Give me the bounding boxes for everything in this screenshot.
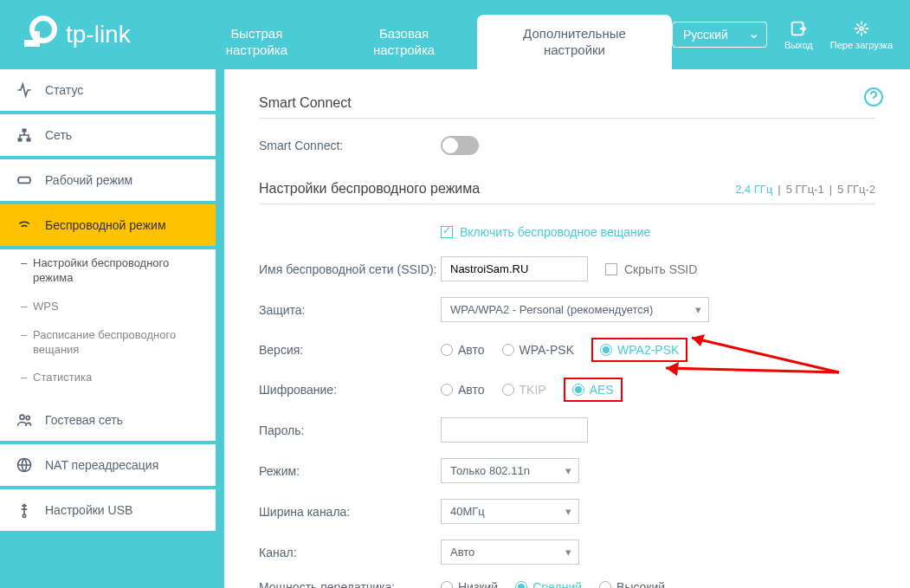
help-button[interactable]: [863, 87, 884, 110]
hide-ssid-option[interactable]: Скрыть SSID: [605, 262, 697, 276]
encryption-auto[interactable]: Авто: [441, 383, 485, 397]
channel-label: Канал:: [259, 546, 441, 559]
channel-width-select[interactable]: 40МГц: [441, 499, 579, 524]
logout-button[interactable]: Выход: [784, 19, 813, 50]
version-auto[interactable]: Авто: [441, 343, 485, 357]
tx-power-low[interactable]: Низкий: [441, 580, 498, 588]
version-radio-group: Авто WPA-PSK WPA2-PSK: [441, 338, 687, 362]
band-24ghz[interactable]: 2,4 ГГц: [735, 183, 772, 196]
version-label: Версия:: [259, 343, 441, 357]
header: tp-link Быстрая настройка Базовая настро…: [0, 0, 910, 69]
smart-connect-title: Smart Connect: [259, 95, 875, 119]
reload-icon: [852, 19, 871, 38]
sidebar-item-wireless[interactable]: Беспроводной режим: [0, 204, 216, 246]
users-icon: [16, 411, 33, 429]
sidebar-submenu: Настройки беспроводного режима WPS Распи…: [0, 249, 216, 399]
tx-power-radio-group: Низкий Средний Высокий: [441, 580, 665, 588]
hide-ssid-checkbox[interactable]: [605, 263, 617, 275]
tx-power-high[interactable]: Высокий: [599, 580, 665, 588]
password-input[interactable]: [441, 417, 588, 443]
ssid-input[interactable]: [441, 256, 588, 281]
mode-icon: [16, 171, 33, 189]
svg-rect-7: [27, 138, 31, 141]
activity-icon: [16, 81, 33, 99]
svg-point-10: [26, 417, 29, 420]
brand-text: tp-link: [66, 21, 131, 48]
sidebar-item-nat[interactable]: NAT переадресация: [0, 444, 216, 486]
top-tabs: Быстрая настройка Базовая настройка Допо…: [183, 1, 672, 69]
version-row: Версия: Авто WPA-PSK WPA2-PSK: [259, 338, 875, 362]
sidebar-item-network[interactable]: Сеть: [0, 114, 216, 156]
svg-rect-5: [23, 129, 27, 132]
network-icon: [16, 126, 33, 144]
svg-line-16: [666, 368, 839, 372]
sidebar-item-usb[interactable]: Настройки USB: [0, 489, 216, 531]
enable-broadcast-row[interactable]: Включить беспроводное вещание: [441, 225, 875, 239]
smart-connect-toggle[interactable]: [441, 136, 479, 155]
usb-icon: [16, 501, 33, 519]
sidebar-item-operation-mode[interactable]: Рабочий режим: [0, 159, 216, 201]
mode-select[interactable]: Только 802.11n: [441, 458, 579, 483]
wireless-title: Настройки беспроводного режима: [259, 181, 480, 197]
ssid-label: Имя беспроводной сети (SSID):: [259, 262, 441, 276]
tx-power-label: Мощность передатчика:: [259, 580, 441, 588]
ssid-row: Имя беспроводной сети (SSID): Скрыть SSI…: [259, 256, 875, 281]
nat-icon: [16, 456, 33, 474]
tplink-logo-icon: [17, 14, 59, 55]
reload-button[interactable]: Пере загрузка: [830, 19, 893, 50]
sidebar: Статус Сеть Рабочий режим Беспроводной р…: [0, 69, 224, 588]
enable-broadcast-checkbox[interactable]: [441, 226, 453, 238]
svg-rect-8: [18, 178, 29, 184]
sidebar-sub-statistics[interactable]: Статистика: [0, 364, 216, 392]
encryption-tkip[interactable]: TKIP: [502, 383, 546, 397]
encryption-aes[interactable]: AES: [564, 378, 623, 402]
main: Статус Сеть Рабочий режим Беспроводной р…: [0, 69, 910, 588]
smart-connect-row: Smart Connect:: [259, 136, 875, 155]
security-select[interactable]: WPA/WPA2 - Personal (рекомендуется): [441, 297, 709, 322]
header-right: Русский Выход Пере загрузка: [672, 19, 893, 50]
tx-power-medium[interactable]: Средний: [515, 580, 582, 588]
smart-connect-label: Smart Connect:: [259, 139, 441, 152]
encryption-radio-group: Авто TKIP AES: [441, 378, 623, 402]
band-5ghz-1[interactable]: 5 ГГц-1: [786, 183, 824, 196]
svg-point-12: [23, 514, 25, 517]
version-wpa-psk[interactable]: WPA-PSK: [502, 343, 575, 357]
sidebar-sub-schedule[interactable]: Расписание беспроводного вещания: [0, 321, 216, 365]
svg-rect-2: [33, 31, 40, 47]
encryption-row: Шифрование: Авто TKIP AES: [259, 378, 875, 402]
sidebar-sub-wireless-settings[interactable]: Настройки беспроводного режима: [0, 249, 216, 293]
svg-point-4: [860, 27, 863, 30]
channel-width-row: Ширина канала: 40МГц: [259, 499, 875, 524]
band-5ghz-2[interactable]: 5 ГГц-2: [837, 183, 875, 196]
version-wpa2-psk[interactable]: WPA2-PSK: [591, 338, 687, 362]
channel-width-label: Ширина канала:: [259, 505, 441, 519]
help-icon: [863, 87, 884, 107]
tab-basic-setup[interactable]: Базовая настройка: [331, 15, 477, 69]
sidebar-item-guest[interactable]: Гостевая сеть: [0, 399, 216, 441]
mode-label: Режим:: [259, 464, 441, 478]
channel-select[interactable]: Авто: [441, 540, 579, 565]
enable-broadcast-label: Включить беспроводное вещание: [460, 225, 650, 239]
tab-quick-setup[interactable]: Быстрая настройка: [183, 15, 331, 69]
password-row: Пароль:: [259, 417, 875, 443]
password-label: Пароль:: [259, 423, 441, 437]
band-tabs: 2,4 ГГц | 5 ГГц-1 | 5 ГГц-2: [735, 183, 875, 196]
tx-power-row: Мощность передатчика: Низкий Средний Выс…: [259, 580, 875, 588]
wifi-icon: [16, 216, 33, 234]
encryption-label: Шифрование:: [259, 383, 441, 397]
channel-row: Канал: Авто: [259, 540, 875, 565]
svg-rect-6: [18, 138, 23, 141]
tab-advanced-setup[interactable]: Дополнительные настройки: [477, 15, 672, 69]
sidebar-sub-wps[interactable]: WPS: [0, 293, 216, 321]
sidebar-item-status[interactable]: Статус: [0, 69, 216, 111]
logout-icon: [789, 19, 808, 38]
security-row: Защита: WPA/WPA2 - Personal (рекомендует…: [259, 297, 875, 322]
logo: tp-link: [17, 14, 131, 55]
security-label: Защита:: [259, 303, 441, 317]
language-select[interactable]: Русский: [672, 22, 767, 48]
wireless-section-header: Настройки беспроводного режима 2,4 ГГц |…: [259, 181, 875, 204]
svg-point-9: [20, 416, 24, 420]
svg-marker-17: [666, 362, 679, 376]
content-panel: Smart Connect Smart Connect: Настройки б…: [224, 69, 910, 588]
mode-row: Режим: Только 802.11n: [259, 458, 875, 483]
